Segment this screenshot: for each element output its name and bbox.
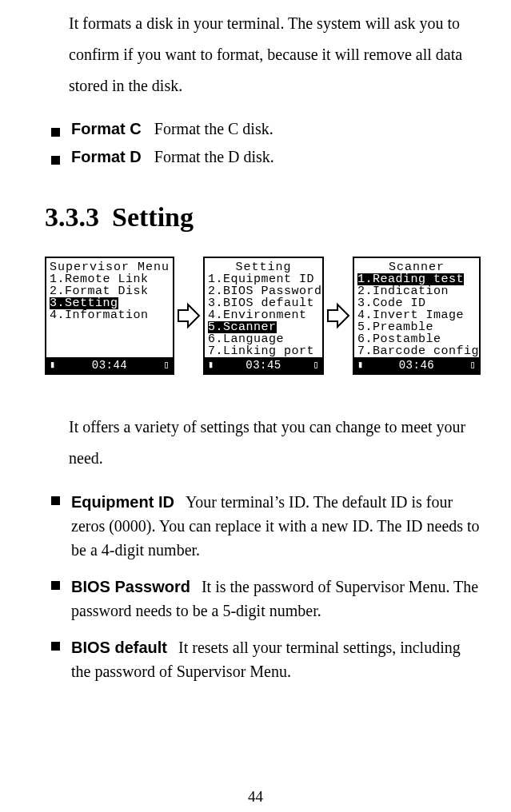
section-number: 3.3.3 [45, 202, 99, 232]
setting-item-equipment-id: Equipment IDYour terminal’s ID. The defa… [51, 490, 481, 562]
setting-list: Equipment IDYour terminal’s ID. The defa… [51, 490, 481, 683]
lcd-body: Supervisor Menu 1.Remote Link 2.Format D… [46, 258, 173, 357]
lcd-line: 4.Information [50, 309, 173, 321]
terminal-screens-row: Supervisor Menu 1.Remote Link 2.Format D… [45, 257, 481, 375]
signal-icon: ▮ [50, 360, 56, 370]
section-heading: 3.3.3Setting [45, 202, 481, 233]
lcd-clock: 03:46 [399, 360, 435, 371]
lcd-clock: 03:44 [92, 360, 128, 371]
lcd-line: 7.Barcode config [357, 345, 479, 357]
format-item-term: Format C [71, 116, 142, 142]
lcd-line-selected: 3.Setting [50, 297, 118, 309]
lcd-status-bar: ▮ 03:45 ▯ [205, 357, 322, 373]
setting-item-term: BIOS Password [71, 578, 190, 595]
format-intro-text: It formats a disk in your terminal. The … [69, 8, 481, 102]
bullet-square-icon [51, 496, 60, 505]
setting-item-bios-password: BIOS PasswordIt is the password of Super… [51, 575, 481, 623]
format-item-term: Format D [71, 144, 142, 170]
setting-item-term: Equipment ID [71, 493, 174, 511]
lcd-line: 5.Preamble [357, 321, 479, 333]
lcd-status-bar: ▮ 03:46 ▯ [354, 357, 479, 373]
format-item-c: Format C Format the C disk. [51, 116, 481, 142]
bullet-square-icon [51, 642, 60, 651]
setting-item-term: BIOS default [71, 639, 167, 656]
battery-icon: ▯ [313, 360, 319, 370]
bullet-square-icon [51, 128, 60, 137]
format-item-d: Format D Format the D disk. [51, 144, 481, 170]
lcd-line-selected: 5.Scanner [208, 321, 277, 333]
bullet-square-icon [51, 581, 60, 590]
setting-intro-text: It offers a variety of settings that you… [69, 412, 481, 474]
section-title: Setting [112, 202, 194, 232]
lcd-line: 6.Postamble [357, 333, 479, 345]
lcd-status-bar: ▮ 03:44 ▯ [46, 357, 173, 373]
bullet-square-icon [51, 156, 60, 165]
lcd-line: 3.BIOS default [208, 297, 322, 309]
arrow-right-icon [325, 301, 351, 330]
battery-icon: ▯ [469, 360, 476, 370]
terminal-screen-scanner: Scanner 1.Reading test 2.Indication 3.Co… [353, 257, 481, 375]
lcd-title: Scanner [357, 261, 479, 273]
lcd-line: 2.BIOS Password [208, 285, 322, 297]
lcd-line: 1.Remote Link [50, 273, 173, 285]
lcd-line: 3.Code ID [357, 297, 479, 309]
lcd-line-selected: 1.Reading test [357, 273, 464, 285]
lcd-line: 2.Indication [357, 285, 479, 297]
format-list: Format C Format the C disk. Format D For… [51, 116, 481, 170]
terminal-screen-setting: Setting 1.Equipment ID 2.BIOS Password 3… [203, 257, 324, 375]
lcd-body: Scanner 1.Reading test 2.Indication 3.Co… [354, 258, 479, 357]
battery-icon: ▯ [163, 360, 170, 370]
page-number: 44 [0, 788, 511, 806]
lcd-line: 4.Environment [208, 309, 322, 321]
lcd-line: 4.Invert Image [357, 309, 479, 321]
format-item-desc: Format the D disk. [154, 144, 274, 170]
setting-item-bios-default: BIOS defaultIt resets all your terminal … [51, 635, 481, 683]
terminal-screen-supervisor: Supervisor Menu 1.Remote Link 2.Format D… [45, 257, 174, 375]
lcd-title: Setting [208, 261, 322, 273]
lcd-clock: 03:45 [246, 360, 281, 371]
signal-icon: ▮ [208, 360, 214, 370]
arrow-right-icon [176, 301, 202, 330]
lcd-line: 7.Linking port [208, 345, 322, 357]
lcd-line: 6.Language [208, 333, 322, 345]
lcd-title: Supervisor Menu [50, 261, 173, 273]
lcd-line: 1.Equipment ID [208, 273, 322, 285]
lcd-line: 2.Format Disk [50, 285, 173, 297]
format-item-desc: Format the C disk. [154, 116, 273, 142]
lcd-body: Setting 1.Equipment ID 2.BIOS Password 3… [205, 258, 322, 357]
signal-icon: ▮ [357, 360, 364, 370]
